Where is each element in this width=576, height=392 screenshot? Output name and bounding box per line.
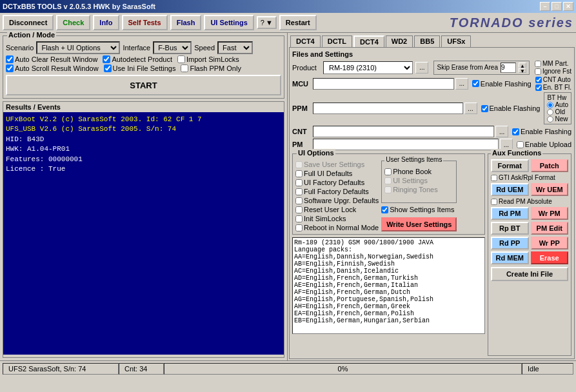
init-simlocks-chk[interactable]: Init SimLocks — [295, 215, 379, 222]
skip-erase-up[interactable]: ▲ — [519, 63, 526, 68]
interface-label: Interface — [123, 44, 150, 52]
sw-upgr-chk[interactable]: Software Upgr. Defaults — [295, 197, 379, 204]
ui-settings-chk[interactable]: UI Settings — [384, 177, 453, 184]
ringing-tones-chk[interactable]: Ringing Tones — [384, 186, 453, 193]
cnt-enable-flashing[interactable]: Enable Flashing — [512, 128, 571, 135]
pm-enable-upload[interactable]: Enable Upload — [517, 141, 571, 148]
skip-erase-down[interactable]: ▼ — [519, 68, 526, 73]
mcu-browse-btn[interactable]: ... — [455, 78, 468, 90]
auto-clear-checkbox[interactable]: Auto Clear Result Window — [6, 55, 97, 63]
self-tests-button[interactable]: Self Tests — [122, 15, 168, 30]
tornado-brand: TORNADO series — [450, 15, 573, 30]
read-pm-label: Read PM Absolute — [499, 198, 552, 205]
rd-pm-button[interactable]: Rd PM — [491, 207, 529, 220]
ui-settings-button[interactable]: UI Settings — [204, 15, 253, 30]
full-ui-defaults-chk[interactable]: Full UI Defaults — [295, 170, 379, 177]
tab-dct4-1[interactable]: DCT4 — [290, 35, 321, 47]
wr-pm-button[interactable]: Wr PM — [531, 207, 569, 220]
interface-select[interactable]: F-Bus — [153, 41, 192, 54]
window-controls: – □ ✕ — [540, 2, 573, 11]
ignore-fst-checkbox[interactable]: Ignore Fst — [535, 68, 571, 75]
autodetect-checkbox[interactable]: Autodetect Product — [103, 55, 172, 63]
show-settings-chk[interactable]: Show Settings Items — [381, 206, 457, 213]
gti-checkbox[interactable]: GTI Ask/Rpl Format — [491, 174, 568, 181]
options-checkboxes2: Auto Scroll Result Window Use Ini File S… — [6, 64, 281, 72]
reboot-normal-chk[interactable]: Reboot in Normal Mode — [295, 224, 379, 231]
use-ini-label: Use Ini File Settings — [113, 64, 176, 72]
phone-book-chk[interactable]: Phone Book — [384, 168, 453, 175]
results-text[interactable]: UFxBoot V2.2 (c) SarasSoft 2003. Id: 62 … — [3, 112, 284, 355]
rp-bt-button[interactable]: Rp BT — [491, 222, 529, 235]
en-bt-fl-checkbox[interactable]: En. BT Fl. — [535, 84, 571, 91]
write-user-settings-btn[interactable]: Write User Settings — [381, 217, 457, 231]
tab-dctl[interactable]: DCTL — [322, 35, 352, 47]
ui-factory-chk[interactable]: UI Factory Defaults — [295, 179, 379, 186]
result-line-4: HWK: A1.04-PR01 — [6, 144, 281, 154]
reset-user-lock-chk[interactable]: Reset User Lock — [295, 206, 379, 213]
title-bar: DCTxBB5 TOOLS v 2.0.5.3 HWK by SarasSoft… — [0, 0, 576, 13]
import-sim-checkbox[interactable]: Import SimLocks — [177, 55, 239, 63]
cnt-browse-btn[interactable]: ... — [495, 126, 508, 137]
info-button[interactable]: Info — [93, 15, 119, 30]
ppm-label: PPM — [292, 104, 312, 112]
pm-edit-button[interactable]: PM Edit — [531, 222, 569, 235]
format-button[interactable]: Format — [491, 159, 529, 172]
mcu-enable-flashing[interactable]: Enable Flashing — [472, 80, 531, 88]
flash-button[interactable]: Flash — [170, 15, 202, 30]
product-label: Product — [292, 64, 321, 72]
pm-enable-label: Enable Upload — [525, 141, 571, 148]
bt-auto-radio[interactable]: Auto — [547, 101, 568, 108]
use-ini-checkbox[interactable]: Use Ini File Settings — [104, 64, 176, 72]
scenario-select[interactable]: Flash + UI Options — [36, 41, 120, 54]
help-dropdown[interactable]: ? ▼ — [257, 16, 277, 29]
mcu-file-input[interactable] — [313, 78, 454, 90]
check-button[interactable]: Check — [56, 15, 90, 30]
cnt-file-input[interactable] — [313, 126, 494, 137]
mm-part-checkbox[interactable]: MM Part. — [535, 60, 571, 67]
start-button[interactable]: START — [6, 75, 281, 95]
product-select[interactable]: RM-189 (2310) — [323, 61, 413, 74]
skip-erase-value[interactable] — [501, 63, 516, 73]
pm-file-input[interactable] — [313, 139, 499, 150]
wr-pp-button[interactable]: Wr PP — [531, 237, 569, 250]
lang-subheader: Language packs: — [294, 246, 483, 253]
bt-new-radio[interactable]: New — [547, 115, 568, 122]
help-label: ? — [261, 19, 264, 26]
tab-wd2[interactable]: WD2 — [386, 35, 413, 47]
tab-dct4-active[interactable]: DCT4 — [353, 35, 384, 47]
product-browse-btn[interactable]: ... — [415, 62, 428, 74]
cnt-auto-checkbox[interactable]: CNT Auto — [535, 76, 571, 83]
maximize-button[interactable]: □ — [551, 2, 562, 11]
bt-old-radio[interactable]: Old — [547, 108, 568, 115]
tab-ufsx[interactable]: UFSx — [441, 35, 471, 47]
auto-scroll-checkbox[interactable]: Auto Scroll Result Window — [6, 64, 99, 72]
tab-bb5[interactable]: BB5 — [414, 35, 440, 47]
save-user-settings-chk[interactable]: Save User Settings — [295, 161, 379, 168]
patch-button[interactable]: Patch — [531, 159, 569, 172]
progress-label: 0% — [164, 364, 521, 374]
toolbar: Disconnect Check Info Self Tests Flash U… — [0, 13, 576, 33]
full-factory-chk[interactable]: Full Factory Defaults — [295, 188, 379, 195]
ppm-file-input[interactable] — [313, 103, 463, 114]
minimize-button[interactable]: – — [540, 2, 550, 11]
aux-grid: Format Patch GTI Ask/Rpl Format Rd UEM W… — [491, 157, 568, 264]
speed-select[interactable]: Fast — [217, 41, 253, 54]
ppm-enable-flashing[interactable]: Enable Flashing — [481, 104, 541, 112]
restart-button[interactable]: Restart — [279, 15, 317, 30]
wr-uem-button[interactable]: Wr UEM — [531, 183, 569, 196]
rd-uem-button[interactable]: Rd UEM — [491, 183, 529, 196]
disconnect-button[interactable]: Disconnect — [3, 15, 54, 30]
flash-ppm-checkbox[interactable]: Flash PPM Only — [181, 64, 241, 72]
ppm-browse-btn[interactable]: ... — [464, 103, 477, 114]
create-ini-button[interactable]: Create Ini File — [491, 267, 568, 281]
erase-button[interactable]: Erase — [531, 251, 569, 264]
rd-pp-button[interactable]: Rd PP — [491, 237, 529, 250]
language-list[interactable]: Rm-189 (2310) GSM 900/1800/1900 JAVA Lan… — [292, 237, 485, 334]
cnt-enable-label: Enable Flashing — [521, 128, 571, 135]
read-pm-absolute-checkbox[interactable]: Read PM Absolute — [491, 198, 568, 205]
pm-label: PM — [292, 141, 312, 148]
rd-mem-button[interactable]: Rd MEM — [491, 251, 529, 264]
left-bottom: UI Options Save User Settings Full UI De… — [292, 153, 485, 356]
close-button[interactable]: ✕ — [563, 2, 573, 11]
user-settings-items-box: User Settings Items Phone Book — [381, 161, 457, 203]
